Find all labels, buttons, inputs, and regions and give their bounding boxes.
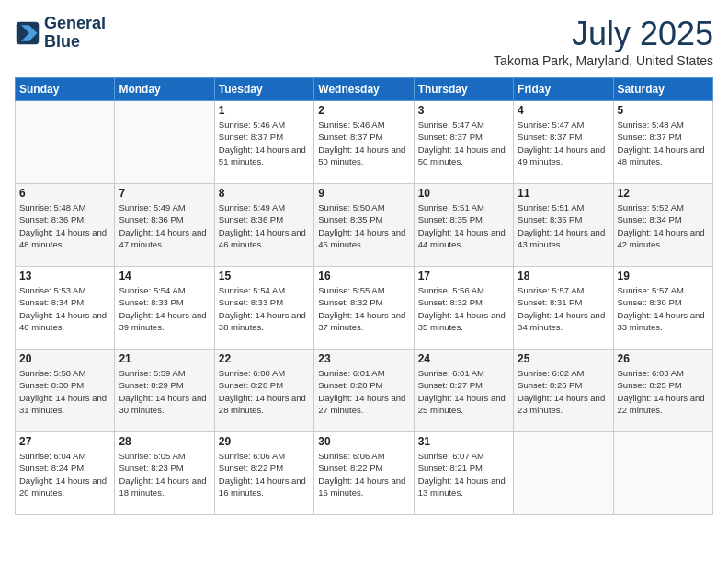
day-number: 29 bbox=[219, 435, 310, 448]
day-info: Sunrise: 5:47 AMSunset: 8:37 PMDaylight:… bbox=[418, 119, 509, 167]
day-number: 25 bbox=[518, 352, 609, 365]
calendar-cell: 23Sunrise: 6:01 AMSunset: 8:28 PMDayligh… bbox=[314, 350, 414, 432]
day-info: Sunrise: 6:02 AMSunset: 8:26 PMDaylight:… bbox=[518, 367, 609, 416]
day-info: Sunrise: 6:04 AMSunset: 8:24 PMDaylight:… bbox=[19, 450, 110, 499]
day-number: 26 bbox=[618, 352, 709, 365]
calendar-cell: 3Sunrise: 5:47 AMSunset: 8:37 PMDaylight… bbox=[414, 101, 513, 184]
calendar-cell: 6Sunrise: 5:48 AMSunset: 8:36 PMDaylight… bbox=[16, 184, 115, 267]
day-number: 8 bbox=[219, 187, 310, 200]
day-info: Sunrise: 5:54 AMSunset: 8:33 PMDaylight:… bbox=[119, 284, 210, 333]
weekday-header-thursday: Thursday bbox=[414, 78, 513, 101]
calendar-cell: 7Sunrise: 5:49 AMSunset: 8:36 PMDaylight… bbox=[115, 184, 214, 267]
calendar-cell: 31Sunrise: 6:07 AMSunset: 8:21 PMDayligh… bbox=[414, 432, 513, 515]
day-info: Sunrise: 5:56 AMSunset: 8:32 PMDaylight:… bbox=[418, 284, 509, 333]
calendar-cell: 5Sunrise: 5:48 AMSunset: 8:37 PMDaylight… bbox=[613, 101, 712, 184]
day-number: 3 bbox=[418, 104, 509, 117]
day-number: 28 bbox=[119, 435, 210, 448]
calendar-cell: 8Sunrise: 5:49 AMSunset: 8:36 PMDaylight… bbox=[214, 184, 313, 267]
calendar-cell: 30Sunrise: 6:06 AMSunset: 8:22 PMDayligh… bbox=[314, 432, 414, 515]
calendar-cell bbox=[115, 101, 214, 184]
calendar-cell: 9Sunrise: 5:50 AMSunset: 8:35 PMDaylight… bbox=[314, 184, 414, 267]
day-info: Sunrise: 5:49 AMSunset: 8:36 PMDaylight:… bbox=[119, 201, 210, 250]
calendar-week-row: 27Sunrise: 6:04 AMSunset: 8:24 PMDayligh… bbox=[16, 432, 713, 515]
weekday-header-monday: Monday bbox=[115, 78, 214, 101]
calendar-cell: 12Sunrise: 5:52 AMSunset: 8:34 PMDayligh… bbox=[613, 184, 712, 267]
calendar-cell: 27Sunrise: 6:04 AMSunset: 8:24 PMDayligh… bbox=[16, 432, 115, 515]
calendar-cell: 21Sunrise: 5:59 AMSunset: 8:29 PMDayligh… bbox=[115, 350, 214, 432]
calendar-cell bbox=[16, 101, 115, 184]
day-info: Sunrise: 6:06 AMSunset: 8:22 PMDaylight:… bbox=[219, 450, 310, 499]
page-header: General Blue July 2025 Takoma Park, Mary… bbox=[15, 15, 713, 68]
calendar-cell: 13Sunrise: 5:53 AMSunset: 8:34 PMDayligh… bbox=[16, 267, 115, 350]
day-number: 5 bbox=[618, 104, 709, 117]
day-number: 12 bbox=[618, 187, 709, 200]
day-info: Sunrise: 6:01 AMSunset: 8:28 PMDaylight:… bbox=[318, 367, 409, 416]
day-info: Sunrise: 6:03 AMSunset: 8:25 PMDaylight:… bbox=[618, 367, 709, 416]
day-number: 1 bbox=[219, 104, 310, 117]
calendar-cell: 2Sunrise: 5:46 AMSunset: 8:37 PMDaylight… bbox=[314, 101, 414, 184]
calendar-cell: 25Sunrise: 6:02 AMSunset: 8:26 PMDayligh… bbox=[514, 350, 613, 432]
calendar-cell: 24Sunrise: 6:01 AMSunset: 8:27 PMDayligh… bbox=[414, 350, 513, 432]
day-number: 21 bbox=[119, 352, 210, 365]
calendar-cell: 18Sunrise: 5:57 AMSunset: 8:31 PMDayligh… bbox=[514, 267, 613, 350]
day-number: 4 bbox=[518, 104, 609, 117]
day-info: Sunrise: 5:46 AMSunset: 8:37 PMDaylight:… bbox=[219, 119, 310, 167]
day-info: Sunrise: 5:57 AMSunset: 8:31 PMDaylight:… bbox=[518, 284, 609, 333]
calendar-week-row: 20Sunrise: 5:58 AMSunset: 8:30 PMDayligh… bbox=[16, 350, 713, 432]
day-info: Sunrise: 5:55 AMSunset: 8:32 PMDaylight:… bbox=[318, 284, 409, 333]
day-info: Sunrise: 5:59 AMSunset: 8:29 PMDaylight:… bbox=[119, 367, 210, 416]
day-info: Sunrise: 5:57 AMSunset: 8:30 PMDaylight:… bbox=[618, 284, 709, 333]
day-number: 7 bbox=[119, 187, 210, 200]
month-year-title: July 2025 bbox=[494, 15, 713, 53]
calendar-cell bbox=[514, 432, 613, 515]
calendar-cell: 20Sunrise: 5:58 AMSunset: 8:30 PMDayligh… bbox=[16, 350, 115, 432]
day-number: 15 bbox=[219, 270, 310, 282]
calendar-cell: 17Sunrise: 5:56 AMSunset: 8:32 PMDayligh… bbox=[414, 267, 513, 350]
day-info: Sunrise: 6:00 AMSunset: 8:28 PMDaylight:… bbox=[219, 367, 310, 416]
day-info: Sunrise: 5:50 AMSunset: 8:35 PMDaylight:… bbox=[318, 201, 409, 250]
day-number: 10 bbox=[418, 187, 509, 200]
calendar-cell: 4Sunrise: 5:47 AMSunset: 8:37 PMDaylight… bbox=[514, 101, 613, 184]
day-number: 22 bbox=[219, 352, 310, 365]
calendar-week-row: 1Sunrise: 5:46 AMSunset: 8:37 PMDaylight… bbox=[16, 101, 713, 184]
calendar-cell bbox=[613, 432, 712, 515]
weekday-header-saturday: Saturday bbox=[613, 78, 712, 101]
calendar-table: SundayMondayTuesdayWednesdayThursdayFrid… bbox=[15, 77, 713, 515]
day-info: Sunrise: 5:58 AMSunset: 8:30 PMDaylight:… bbox=[19, 367, 110, 416]
day-info: Sunrise: 6:07 AMSunset: 8:21 PMDaylight:… bbox=[418, 450, 509, 499]
day-number: 9 bbox=[318, 187, 409, 200]
calendar-cell: 1Sunrise: 5:46 AMSunset: 8:37 PMDaylight… bbox=[214, 101, 313, 184]
calendar-cell: 16Sunrise: 5:55 AMSunset: 8:32 PMDayligh… bbox=[314, 267, 414, 350]
day-info: Sunrise: 6:06 AMSunset: 8:22 PMDaylight:… bbox=[318, 450, 409, 499]
day-number: 31 bbox=[418, 435, 509, 448]
weekday-header-sunday: Sunday bbox=[16, 78, 115, 101]
logo-text: General Blue bbox=[44, 15, 106, 52]
day-number: 23 bbox=[318, 352, 409, 365]
day-info: Sunrise: 6:01 AMSunset: 8:27 PMDaylight:… bbox=[418, 367, 509, 416]
weekday-header-row: SundayMondayTuesdayWednesdayThursdayFrid… bbox=[16, 78, 713, 101]
day-info: Sunrise: 5:46 AMSunset: 8:37 PMDaylight:… bbox=[318, 119, 409, 167]
calendar-cell: 28Sunrise: 6:05 AMSunset: 8:23 PMDayligh… bbox=[115, 432, 214, 515]
day-info: Sunrise: 5:53 AMSunset: 8:34 PMDaylight:… bbox=[19, 284, 110, 333]
weekday-header-friday: Friday bbox=[514, 78, 613, 101]
day-info: Sunrise: 5:51 AMSunset: 8:35 PMDaylight:… bbox=[518, 201, 609, 250]
day-number: 20 bbox=[19, 352, 110, 365]
location-subtitle: Takoma Park, Maryland, United States bbox=[494, 53, 713, 68]
weekday-header-wednesday: Wednesday bbox=[314, 78, 414, 101]
calendar-cell: 22Sunrise: 6:00 AMSunset: 8:28 PMDayligh… bbox=[214, 350, 313, 432]
day-number: 24 bbox=[418, 352, 509, 365]
day-number: 11 bbox=[518, 187, 609, 200]
calendar-week-row: 6Sunrise: 5:48 AMSunset: 8:36 PMDaylight… bbox=[16, 184, 713, 267]
day-info: Sunrise: 5:51 AMSunset: 8:35 PMDaylight:… bbox=[418, 201, 509, 250]
calendar-cell: 19Sunrise: 5:57 AMSunset: 8:30 PMDayligh… bbox=[613, 267, 712, 350]
day-info: Sunrise: 5:48 AMSunset: 8:37 PMDaylight:… bbox=[618, 119, 709, 167]
calendar-cell: 29Sunrise: 6:06 AMSunset: 8:22 PMDayligh… bbox=[214, 432, 313, 515]
logo-icon bbox=[15, 20, 40, 46]
weekday-header-tuesday: Tuesday bbox=[214, 78, 313, 101]
day-number: 13 bbox=[19, 270, 110, 282]
day-number: 19 bbox=[618, 270, 709, 282]
day-number: 14 bbox=[119, 270, 210, 282]
calendar-cell: 26Sunrise: 6:03 AMSunset: 8:25 PMDayligh… bbox=[613, 350, 712, 432]
day-number: 6 bbox=[19, 187, 110, 200]
day-info: Sunrise: 5:48 AMSunset: 8:36 PMDaylight:… bbox=[19, 201, 110, 250]
